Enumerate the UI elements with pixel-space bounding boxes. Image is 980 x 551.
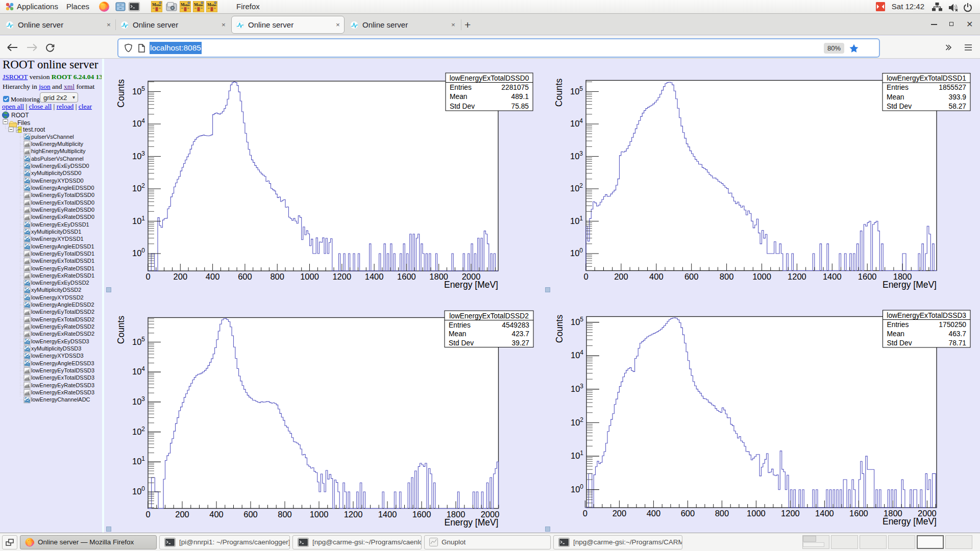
svg-text:lowEnergyChannelADC: lowEnergyChannelADC [31, 396, 90, 403]
svg-text:Mean: Mean [887, 330, 905, 338]
svg-text:200: 200 [614, 272, 628, 281]
svg-text:423.7: 423.7 [511, 330, 529, 338]
svg-text:200: 200 [612, 509, 627, 518]
svg-text:lowEnergyAngleEDSSD2: lowEnergyAngleEDSSD2 [31, 302, 94, 308]
svg-text:Energy [MeV]: Energy [MeV] [444, 280, 498, 290]
svg-text:200: 200 [175, 510, 189, 519]
svg-text:lowEnergyExTotalDSSD2: lowEnergyExTotalDSSD2 [31, 316, 94, 322]
svg-text:1400: 1400 [378, 510, 397, 519]
svg-text:100: 100 [132, 247, 145, 258]
svg-text:103: 103 [571, 383, 583, 393]
svg-text:lowEnergyExRateDSSD3: lowEnergyExRateDSSD3 [31, 389, 94, 395]
svg-text:lowEnergyExTotalDSSD3: lowEnergyExTotalDSSD3 [31, 374, 94, 381]
svg-text:102: 102 [570, 182, 583, 193]
svg-text:200: 200 [174, 272, 188, 281]
svg-text:1600: 1600 [412, 510, 431, 519]
svg-text:lowEnergyExRateDSSD1: lowEnergyExRateDSSD1 [31, 272, 94, 279]
svg-text:1000: 1000 [300, 272, 319, 281]
svg-text:489.1: 489.1 [511, 93, 529, 101]
svg-text:1750250: 1750250 [939, 321, 966, 329]
svg-text:test.root: test.root [23, 126, 45, 133]
svg-text:1200: 1200 [344, 510, 363, 519]
svg-text:393.9: 393.9 [948, 93, 966, 101]
svg-text:Entries: Entries [887, 84, 909, 91]
svg-text:1400: 1400 [365, 272, 384, 281]
svg-text:101: 101 [570, 215, 583, 226]
svg-text:800: 800 [715, 509, 729, 518]
svg-text:0: 0 [145, 510, 150, 519]
svg-text:1400: 1400 [815, 509, 834, 518]
svg-text:103: 103 [132, 150, 145, 161]
svg-text:105: 105 [132, 85, 145, 96]
svg-text:600: 600 [238, 272, 252, 281]
svg-text:lowEnergyXYDSSD0: lowEnergyXYDSSD0 [31, 178, 84, 184]
svg-text:400: 400 [647, 509, 661, 518]
svg-text:400: 400 [209, 510, 224, 519]
svg-text:4549283: 4549283 [502, 321, 529, 329]
svg-text:lowEnergyEyRateDSSD2: lowEnergyEyRateDSSD2 [31, 323, 94, 330]
svg-text:Counts: Counts [116, 316, 126, 344]
svg-text:lowEnergyExTotalDSSD0: lowEnergyExTotalDSSD0 [450, 74, 529, 82]
svg-text:Counts: Counts [554, 79, 564, 107]
svg-text:104: 104 [570, 117, 583, 128]
svg-text:1400: 1400 [823, 272, 842, 281]
svg-text:lowEnergyEyTotalDSSD0: lowEnergyEyTotalDSSD0 [31, 192, 94, 198]
svg-text:lowEnergyExTotalDSSD1: lowEnergyExTotalDSSD1 [887, 74, 966, 82]
svg-text:800: 800 [720, 272, 734, 281]
svg-text:1000: 1000 [310, 510, 329, 519]
svg-text:102: 102 [571, 416, 583, 427]
svg-text:1600: 1600 [849, 509, 868, 518]
svg-text:1855527: 1855527 [939, 84, 966, 91]
svg-text:600: 600 [243, 510, 258, 519]
svg-text:102: 102 [132, 182, 145, 193]
svg-text:pulserVsChannel: pulserVsChannel [31, 134, 74, 140]
svg-text:lowEnergyExTotalDSSD0: lowEnergyExTotalDSSD0 [31, 199, 94, 206]
svg-text:lowEnergyAngleEDSSD1: lowEnergyAngleEDSSD1 [31, 243, 94, 249]
svg-text:Std Dev: Std Dev [887, 339, 912, 347]
svg-text:101: 101 [571, 449, 583, 460]
svg-text:102: 102 [132, 425, 145, 436]
svg-text:Mean: Mean [887, 93, 904, 101]
svg-text:0: 0 [583, 509, 587, 518]
svg-text:105: 105 [132, 336, 145, 346]
svg-text:xyMultiplicityDSSD2: xyMultiplicityDSSD2 [31, 287, 81, 293]
svg-text:lowEnergyExEyDSSD0: lowEnergyExEyDSSD0 [31, 163, 89, 169]
svg-text:1200: 1200 [788, 272, 806, 281]
svg-text:lowEnergyExTotalDSSD2: lowEnergyExTotalDSSD2 [449, 312, 529, 320]
svg-text:103: 103 [570, 150, 583, 161]
svg-text:1600: 1600 [397, 272, 416, 281]
svg-text:lowEnergyAngleEDSSD0: lowEnergyAngleEDSSD0 [31, 185, 94, 191]
svg-text:lowEnergyEyTotalDSSD2: lowEnergyEyTotalDSSD2 [31, 309, 94, 315]
svg-text:lowEnergyXYDSSD1: lowEnergyXYDSSD1 [31, 236, 84, 242]
svg-text:Counts: Counts [554, 315, 565, 343]
svg-text:Energy [MeV]: Energy [MeV] [444, 517, 498, 528]
svg-text:2281075: 2281075 [501, 84, 529, 91]
svg-text:Energy [MeV]: Energy [MeV] [883, 516, 937, 527]
svg-text:105: 105 [571, 316, 583, 327]
svg-text:lowEnergyEyTotalDSSD3: lowEnergyEyTotalDSSD3 [31, 367, 94, 373]
svg-text:lowEnergyExEyDSSD3: lowEnergyExEyDSSD3 [31, 338, 89, 344]
svg-text:lowEnergyAngleEDSSD3: lowEnergyAngleEDSSD3 [31, 360, 94, 366]
svg-text:104: 104 [132, 117, 145, 128]
svg-text:800: 800 [278, 510, 292, 519]
svg-text:lowEnergyExTotalDSSD3: lowEnergyExTotalDSSD3 [887, 312, 966, 319]
svg-text:lowEnergyEyRateDSSD0: lowEnergyEyRateDSSD0 [31, 207, 94, 213]
svg-text:58.27: 58.27 [948, 103, 966, 110]
svg-text:Std Dev: Std Dev [887, 103, 912, 110]
svg-text:lowEnergyMultiplicity: lowEnergyMultiplicity [31, 141, 84, 147]
svg-text:lowEnergyExRateDSSD2: lowEnergyExRateDSSD2 [31, 331, 94, 337]
svg-text:104: 104 [571, 349, 583, 360]
svg-text:400: 400 [206, 272, 220, 281]
svg-text:1200: 1200 [332, 272, 351, 281]
svg-text:600: 600 [684, 272, 699, 281]
svg-text:Energy [MeV]: Energy [MeV] [883, 280, 937, 290]
svg-text:xyMultiplicityDSSD0: xyMultiplicityDSSD0 [31, 170, 81, 176]
svg-text:1000: 1000 [747, 509, 766, 518]
svg-text:100: 100 [570, 247, 583, 258]
svg-text:lowEnergyEyTotalDSSD1: lowEnergyEyTotalDSSD1 [31, 251, 94, 257]
svg-text:xyMultiplicityDSSD1: xyMultiplicityDSSD1 [31, 229, 81, 235]
svg-text:Entries: Entries [887, 321, 909, 329]
svg-text:600: 600 [681, 509, 695, 518]
svg-text:103: 103 [132, 395, 145, 406]
svg-text:0: 0 [145, 272, 150, 281]
